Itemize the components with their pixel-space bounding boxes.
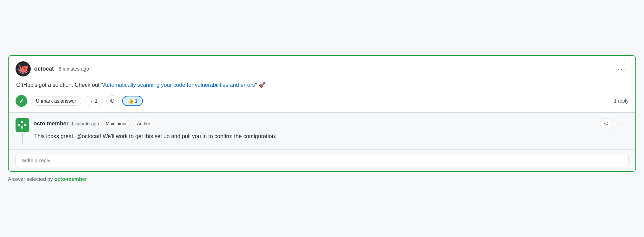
reply-comment: octo-member 1 minute ago Maintainer Auth… — [9, 113, 635, 149]
reply-avatar — [16, 118, 29, 132]
reply-more-options-button[interactable]: ··· — [615, 118, 628, 129]
comment-actions: ✓ Unmark as answer ↑ 1 ☺ 👍 1 — [16, 95, 628, 107]
reply-header-right: ☺ ··· — [600, 118, 628, 129]
maintainer-badge: Maintainer — [102, 120, 130, 127]
reply-emoji-icon: ☺ — [603, 120, 609, 127]
footer-author[interactable]: octo-member — [54, 176, 87, 182]
avatar: 🐙 — [16, 61, 31, 76]
emoji-smile-icon: ☺ — [109, 97, 115, 104]
reply-header: octo-member 1 minute ago Maintainer Auth… — [33, 118, 628, 129]
reply-timestamp: 1 minute ago — [71, 121, 99, 126]
comment-body-prefix: GitHub's got a solution. Check out " — [16, 82, 103, 88]
comment-timestamp: 8 minutes ago — [59, 66, 89, 72]
avatar-col — [16, 118, 29, 144]
comment-header-left: 🐙 octocat 8 minutes ago — [16, 61, 89, 76]
reply-author-name: octo-member — [33, 121, 68, 127]
actions-left: ✓ Unmark as answer ↑ 1 ☺ 👍 1 — [16, 95, 143, 107]
write-reply-input[interactable] — [16, 154, 628, 167]
comment-author-name: octocat — [34, 66, 54, 72]
comment-body: GitHub's got a solution. Check out "Auto… — [16, 81, 628, 90]
svg-rect-4 — [18, 124, 20, 126]
reply-section: octo-member 1 minute ago Maintainer Auth… — [9, 112, 635, 171]
check-icon: ✓ — [19, 97, 25, 105]
reply-header-left: octo-member 1 minute ago Maintainer Auth… — [33, 120, 154, 127]
upvote-count: 1 — [95, 98, 98, 104]
answer-check-button[interactable]: ✓ — [16, 95, 27, 107]
upvote-arrow-icon: ↑ — [90, 98, 93, 104]
upvote-button[interactable]: ↑ 1 — [85, 96, 103, 106]
page-container: 🐙 octocat 8 minutes ago ··· GitHub's got… — [8, 55, 636, 182]
thread-line — [22, 133, 23, 144]
thumbsup-label: 👍 1 — [128, 98, 138, 104]
svg-rect-8 — [21, 126, 23, 128]
emoji-button[interactable]: ☺ — [106, 95, 119, 106]
comment-link[interactable]: Automatically scanning your code for vul… — [103, 82, 255, 88]
comment-body-suffix: " 🚀 — [255, 82, 265, 88]
reply-count: 1 reply — [614, 98, 628, 104]
author-badge: Author — [133, 120, 154, 127]
reply-body: This looks great, @octocat! We'll work t… — [33, 132, 628, 141]
octo-member-avatar-icon — [16, 119, 29, 131]
more-options-button[interactable]: ··· — [615, 64, 628, 74]
reply-emoji-button[interactable]: ☺ — [600, 118, 612, 129]
main-comment: 🐙 octocat 8 minutes ago ··· GitHub's got… — [9, 56, 635, 112]
svg-rect-2 — [21, 121, 23, 123]
footer-prefix: Answer selected by — [8, 176, 54, 182]
answer-footer: Answer selected by octo-member — [8, 176, 636, 182]
comment-thread: 🐙 octocat 8 minutes ago ··· GitHub's got… — [8, 55, 636, 172]
comment-header: 🐙 octocat 8 minutes ago ··· — [16, 61, 628, 76]
svg-rect-6 — [24, 124, 26, 126]
unmark-answer-button[interactable]: Unmark as answer — [31, 96, 81, 106]
reply-content: octo-member 1 minute ago Maintainer Auth… — [33, 118, 628, 141]
thumbsup-button[interactable]: 👍 1 — [122, 96, 143, 106]
unmark-label: Unmark as answer — [36, 98, 76, 104]
write-reply-section — [9, 149, 635, 171]
